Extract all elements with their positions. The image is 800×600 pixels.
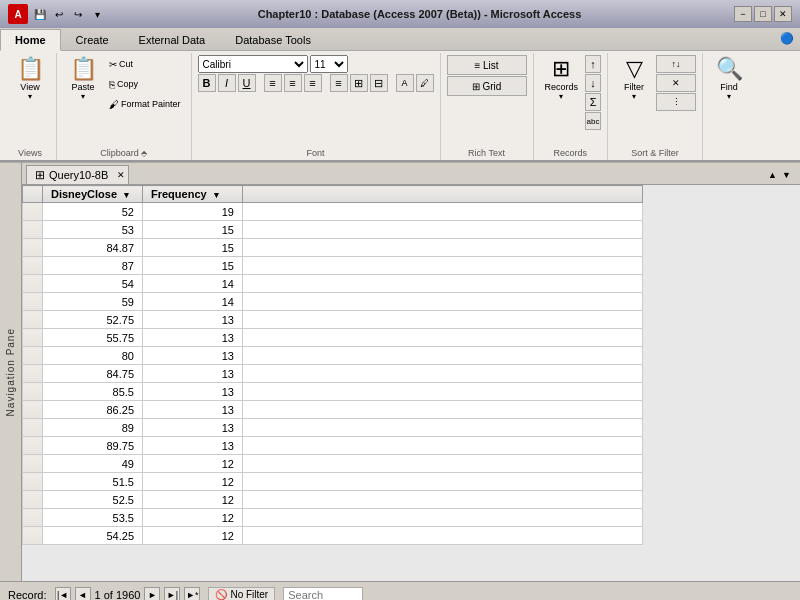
font-family-select[interactable]: Calibri (198, 55, 308, 73)
bullet-list-button[interactable]: ≡ List (447, 55, 527, 75)
view-button[interactable]: 📋 View ▾ (10, 55, 50, 104)
table-row[interactable]: 86.2513 (23, 401, 643, 419)
row-selector (23, 203, 43, 221)
empty-cell (243, 509, 643, 527)
ribbon-group-sort-filter: ▽ Filter ▾ ↑↓ ✕ ⋮ Sort & Filter (608, 53, 703, 160)
next-record-btn[interactable]: ► (144, 587, 160, 601)
numbered-list-button[interactable]: ⊞ Grid (447, 76, 527, 96)
clipboard-expand-icon[interactable]: ⬘ (141, 149, 147, 158)
row-selector (23, 329, 43, 347)
row-selector (23, 293, 43, 311)
table-row[interactable]: 84.8715 (23, 239, 643, 257)
query-tab-close[interactable]: ✕ (117, 170, 125, 180)
tab-database-tools[interactable]: Database Tools (220, 29, 326, 51)
navigation-pane[interactable]: Navigation Pane (0, 163, 22, 581)
bold-button[interactable]: B (198, 74, 216, 92)
table-row[interactable]: 84.7513 (23, 365, 643, 383)
font-size-select[interactable]: 11 (310, 55, 348, 73)
advanced-filter-button[interactable]: ⋮ (656, 93, 696, 111)
table-container[interactable]: DisneyClose ▾ Frequency ▾ 5219531584.871… (22, 185, 800, 555)
col-header-disney-close[interactable]: DisneyClose ▾ (43, 186, 143, 203)
format-painter-button[interactable]: 🖌 Format Painter (105, 95, 185, 113)
new-record-btn[interactable]: ►* (184, 587, 200, 601)
empty-cell (243, 491, 643, 509)
table-row[interactable]: 8913 (23, 419, 643, 437)
row-selector (23, 527, 43, 545)
frequency-cell: 13 (143, 437, 243, 455)
last-record-btn[interactable]: ►| (164, 587, 180, 601)
col-header-frequency[interactable]: Frequency ▾ (143, 186, 243, 203)
disney-close-cell: 85.5 (43, 383, 143, 401)
font-color-button[interactable]: A (396, 74, 414, 92)
records-button[interactable]: ⊞ Records ▾ (540, 55, 584, 104)
spell-button[interactable]: abc (585, 112, 601, 130)
sigma-button[interactable]: Σ (585, 93, 601, 111)
italic-button[interactable]: I (218, 74, 236, 92)
copy-button[interactable]: ⎘ Copy (105, 75, 185, 93)
filter-button[interactable]: ▽ Filter ▾ (614, 55, 654, 104)
row-selector (23, 401, 43, 419)
tab-home[interactable]: Home (0, 29, 61, 51)
align-right-button[interactable]: ≡ (304, 74, 322, 92)
app-icon: A (8, 4, 28, 24)
sort-desc-button[interactable]: ↓ (585, 74, 601, 92)
table-row[interactable]: 53.512 (23, 509, 643, 527)
table-row[interactable]: 51.512 (23, 473, 643, 491)
query-tab[interactable]: ⊞ Query10-8B ✕ (26, 165, 129, 184)
table-row[interactable]: 85.513 (23, 383, 643, 401)
align-left-button[interactable]: ≡ (264, 74, 282, 92)
table-row[interactable]: 89.7513 (23, 437, 643, 455)
disney-close-cell: 80 (43, 347, 143, 365)
window-controls: − □ ✕ (734, 6, 792, 22)
view-dropdown-icon: ▾ (28, 92, 32, 101)
filter-dropdown-icon: ▾ (632, 92, 636, 101)
list-button[interactable]: ≡ (330, 74, 348, 92)
empty-cell (243, 311, 643, 329)
ribbon-group-font: Calibri 11 B I U ≡ ≡ ≡ ≡ ⊞ (192, 53, 441, 160)
close-btn[interactable]: ✕ (774, 6, 792, 22)
filter-icon: ▽ (626, 58, 643, 80)
nav-pane-label: Navigation Pane (5, 328, 16, 416)
paste-button[interactable]: 📋 Paste ▾ (63, 55, 103, 104)
table-row[interactable]: 8715 (23, 257, 643, 275)
first-record-btn[interactable]: |◄ (55, 587, 71, 601)
indent-button[interactable]: ⊞ (350, 74, 368, 92)
minimize-btn[interactable]: − (734, 6, 752, 22)
table-row[interactable]: 5414 (23, 275, 643, 293)
table-row[interactable]: 55.7513 (23, 329, 643, 347)
clear-filter-button[interactable]: ✕ (656, 74, 696, 92)
paste-label: Paste (71, 82, 94, 92)
no-filter-btn[interactable]: 🚫 No Filter (208, 587, 275, 600)
prev-record-btn[interactable]: ◄ (75, 587, 91, 601)
maximize-btn[interactable]: □ (754, 6, 772, 22)
table-row[interactable]: 5219 (23, 203, 643, 221)
redo-quick-btn[interactable]: ↪ (70, 6, 86, 22)
align-center-button[interactable]: ≡ (284, 74, 302, 92)
toggle-filter-button[interactable]: ↑↓ (656, 55, 696, 73)
record-label: Record: (8, 589, 47, 601)
undo-quick-btn[interactable]: ↩ (51, 6, 67, 22)
cut-button[interactable]: ✂ Cut (105, 55, 185, 73)
outdent-button[interactable]: ⊟ (370, 74, 388, 92)
search-input[interactable] (283, 587, 363, 601)
table-row[interactable]: 52.512 (23, 491, 643, 509)
dropdown-quick-btn[interactable]: ▾ (89, 6, 105, 22)
table-row[interactable]: 52.7513 (23, 311, 643, 329)
find-button[interactable]: 🔍 Find ▾ (709, 55, 749, 104)
table-row[interactable]: 5914 (23, 293, 643, 311)
empty-cell (243, 401, 643, 419)
sort-asc-button[interactable]: ↑ (585, 55, 601, 73)
table-row[interactable]: 4912 (23, 455, 643, 473)
find-content: 🔍 Find ▾ (709, 55, 749, 158)
table-row[interactable]: 5315 (23, 221, 643, 239)
highlight-button[interactable]: 🖊 (416, 74, 434, 92)
save-quick-btn[interactable]: 💾 (32, 6, 48, 22)
tab-external-data[interactable]: External Data (124, 29, 221, 51)
underline-button[interactable]: U (238, 74, 256, 92)
clipboard-small-btns: ✂ Cut ⎘ Copy 🖌 Format Painter (105, 55, 185, 113)
tab-create[interactable]: Create (61, 29, 124, 51)
ribbon-help-btn[interactable]: 🔵 (774, 28, 800, 50)
disney-close-cell: 53.5 (43, 509, 143, 527)
table-row[interactable]: 54.2512 (23, 527, 643, 545)
table-row[interactable]: 8013 (23, 347, 643, 365)
